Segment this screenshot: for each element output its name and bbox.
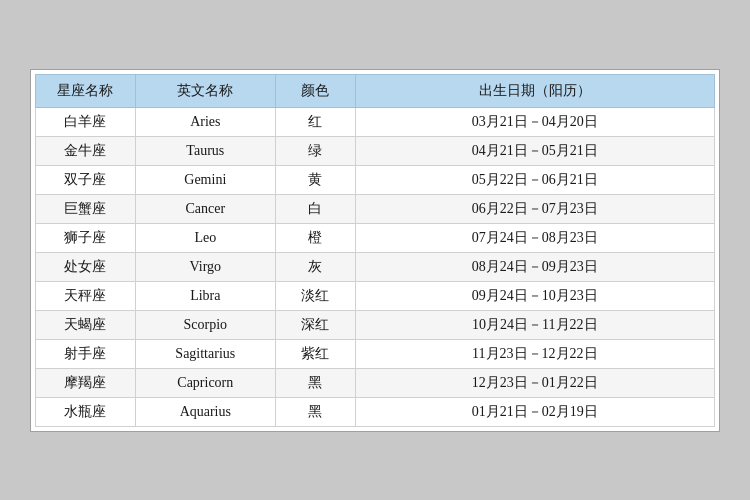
table-row: 狮子座Leo橙07月24日－08月23日 — [36, 223, 715, 252]
header-date: 出生日期（阳历） — [355, 74, 714, 107]
cell-chinese: 摩羯座 — [36, 368, 136, 397]
cell-color: 橙 — [275, 223, 355, 252]
table-row: 双子座Gemini黄05月22日－06月21日 — [36, 165, 715, 194]
cell-date: 05月22日－06月21日 — [355, 165, 714, 194]
cell-english: Cancer — [135, 194, 275, 223]
table-row: 天秤座Libra淡红09月24日－10月23日 — [36, 281, 715, 310]
cell-date: 12月23日－01月22日 — [355, 368, 714, 397]
cell-date: 01月21日－02月19日 — [355, 397, 714, 426]
cell-color: 黑 — [275, 397, 355, 426]
header-row: 星座名称 英文名称 颜色 出生日期（阳历） — [36, 74, 715, 107]
zodiac-table: 星座名称 英文名称 颜色 出生日期（阳历） 白羊座Aries红03月21日－04… — [35, 74, 715, 427]
cell-english: Leo — [135, 223, 275, 252]
cell-chinese: 金牛座 — [36, 136, 136, 165]
cell-date: 11月23日－12月22日 — [355, 339, 714, 368]
cell-english: Sagittarius — [135, 339, 275, 368]
table-body: 白羊座Aries红03月21日－04月20日金牛座Taurus绿04月21日－0… — [36, 107, 715, 426]
cell-english: Virgo — [135, 252, 275, 281]
cell-date: 03月21日－04月20日 — [355, 107, 714, 136]
table-row: 金牛座Taurus绿04月21日－05月21日 — [36, 136, 715, 165]
table-row: 白羊座Aries红03月21日－04月20日 — [36, 107, 715, 136]
cell-color: 白 — [275, 194, 355, 223]
cell-english: Gemini — [135, 165, 275, 194]
table-row: 巨蟹座Cancer白06月22日－07月23日 — [36, 194, 715, 223]
cell-chinese: 射手座 — [36, 339, 136, 368]
cell-color: 紫红 — [275, 339, 355, 368]
cell-color: 绿 — [275, 136, 355, 165]
cell-date: 06月22日－07月23日 — [355, 194, 714, 223]
table-row: 处女座Virgo灰08月24日－09月23日 — [36, 252, 715, 281]
cell-color: 黄 — [275, 165, 355, 194]
cell-date: 07月24日－08月23日 — [355, 223, 714, 252]
cell-date: 04月21日－05月21日 — [355, 136, 714, 165]
cell-english: Libra — [135, 281, 275, 310]
cell-english: Aquarius — [135, 397, 275, 426]
cell-chinese: 处女座 — [36, 252, 136, 281]
cell-chinese: 狮子座 — [36, 223, 136, 252]
cell-english: Aries — [135, 107, 275, 136]
header-color: 颜色 — [275, 74, 355, 107]
cell-color: 深红 — [275, 310, 355, 339]
cell-english: Capricorn — [135, 368, 275, 397]
cell-color: 灰 — [275, 252, 355, 281]
cell-date: 10月24日－11月22日 — [355, 310, 714, 339]
header-chinese: 星座名称 — [36, 74, 136, 107]
cell-chinese: 水瓶座 — [36, 397, 136, 426]
cell-chinese: 巨蟹座 — [36, 194, 136, 223]
table-row: 水瓶座Aquarius黑01月21日－02月19日 — [36, 397, 715, 426]
main-container: 星座名称 英文名称 颜色 出生日期（阳历） 白羊座Aries红03月21日－04… — [30, 69, 720, 432]
cell-color: 淡红 — [275, 281, 355, 310]
cell-color: 红 — [275, 107, 355, 136]
cell-english: Scorpio — [135, 310, 275, 339]
table-row: 摩羯座Capricorn黑12月23日－01月22日 — [36, 368, 715, 397]
cell-chinese: 天蝎座 — [36, 310, 136, 339]
cell-chinese: 白羊座 — [36, 107, 136, 136]
cell-date: 08月24日－09月23日 — [355, 252, 714, 281]
cell-color: 黑 — [275, 368, 355, 397]
table-row: 天蝎座Scorpio深红10月24日－11月22日 — [36, 310, 715, 339]
cell-english: Taurus — [135, 136, 275, 165]
cell-date: 09月24日－10月23日 — [355, 281, 714, 310]
header-english: 英文名称 — [135, 74, 275, 107]
cell-chinese: 天秤座 — [36, 281, 136, 310]
table-row: 射手座Sagittarius紫红11月23日－12月22日 — [36, 339, 715, 368]
cell-chinese: 双子座 — [36, 165, 136, 194]
